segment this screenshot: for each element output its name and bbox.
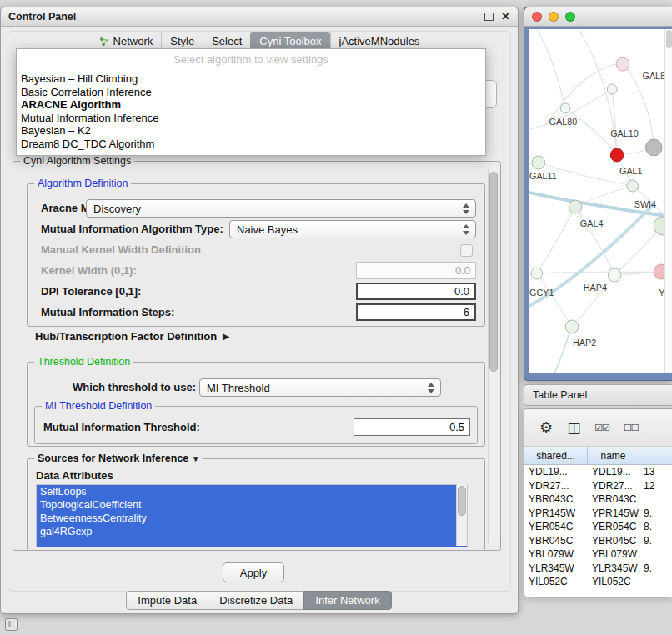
table-cell: YDL19... — [588, 466, 639, 478]
network-node[interactable] — [569, 200, 582, 213]
tab-impute-data[interactable]: Impute Data — [126, 591, 208, 610]
aracne-mode-select[interactable]: Discovery — [86, 199, 476, 218]
network-window-titlebar[interactable] — [524, 8, 672, 27]
network-edge — [554, 327, 572, 373]
attribute-list-scrollbar-thumb[interactable] — [458, 486, 466, 516]
algorithm-popup-placeholder: Select algorithm to view settings — [17, 49, 485, 72]
select-all-checkbox-icon[interactable]: ☑☑ — [594, 422, 609, 433]
tab-select[interactable]: Select — [203, 32, 250, 50]
which-threshold-select[interactable]: MI Threshold — [199, 378, 441, 397]
table-row[interactable]: YDR27...YDR27...12 — [524, 479, 672, 493]
column-header[interactable] — [639, 447, 672, 464]
table-row[interactable]: YIL052CYIL052C — [524, 575, 672, 589]
table-cell: YLR345W — [524, 562, 588, 574]
attribute-list-item[interactable]: gal4RGexp — [37, 525, 467, 538]
mi-threshold-value: 0.5 — [449, 421, 464, 433]
attribute-list-item[interactable]: SelfLoops — [37, 485, 467, 498]
tab-network[interactable]: Network — [91, 32, 162, 50]
mi-steps-input[interactable]: 6 — [356, 303, 476, 321]
table-panel-header[interactable]: Table Panel — [524, 384, 672, 406]
expand-right-icon: ▶ — [223, 332, 229, 341]
close-window-button[interactable]: ✕ — [501, 12, 510, 22]
table-cell: 13 — [639, 466, 672, 478]
network-node[interactable] — [531, 268, 543, 279]
kernel-width-input[interactable]: 0.0 — [356, 262, 476, 279]
attribute-list[interactable]: SelfLoopsTopologicalCoefficientBetweenne… — [36, 484, 468, 548]
table-row[interactable]: YER054CYER054C8. — [524, 520, 672, 534]
network-node[interactable] — [560, 103, 570, 113]
network-vertical-scrollbar[interactable] — [664, 29, 672, 373]
network-canvas[interactable]: GAL8GAL80GAL10GAL11GAL1SWI4GAL4GCY1HAP4H… — [529, 29, 672, 373]
settings-scrollbar-thumb[interactable] — [489, 172, 498, 372]
network-edge — [537, 207, 575, 273]
algorithm-option[interactable]: Basic Correlation Inference — [17, 86, 485, 99]
table-row[interactable]: YLR345WYLR345W9. — [524, 562, 672, 576]
table-row[interactable]: YBR045CYBR045C9. — [524, 534, 672, 548]
minimize-traffic-light[interactable] — [549, 12, 559, 22]
mi-algorithm-type-select[interactable]: Naive Bayes — [229, 220, 476, 238]
algorithm-option[interactable]: Bayesian – Hill Climbing — [17, 72, 485, 86]
table-row[interactable]: YBR043CYBR043C — [524, 492, 672, 507]
network-node[interactable] — [565, 320, 579, 333]
tab-cyni-toolbox[interactable]: Cyni Toolbox — [250, 32, 329, 50]
kernel-width-value: 0.0 — [455, 264, 470, 277]
attribute-list-item[interactable]: TopologicalCoefficient — [37, 498, 467, 512]
tab-discretize-data[interactable]: Discretize Data — [208, 591, 304, 610]
dpi-tolerance-input[interactable]: 0.0 — [356, 282, 476, 300]
table-cell: YER054C — [524, 521, 588, 532]
network-node[interactable] — [608, 268, 621, 282]
show-panel-button[interactable] — [5, 618, 18, 631]
dpi-tolerance-value: 0.0 — [454, 285, 469, 298]
tab-style[interactable]: Style — [161, 32, 203, 50]
table-cell: YPR145W — [588, 508, 639, 519]
table-cell: 9. — [639, 535, 672, 547]
mi-steps-value: 6 — [464, 306, 469, 318]
network-scrollbar-thumb[interactable] — [666, 30, 672, 48]
table-row[interactable]: YPR145WYPR145W9. — [524, 507, 672, 521]
network-node[interactable] — [654, 264, 665, 279]
network-node[interactable] — [532, 156, 545, 169]
table-cell: YDR27... — [588, 480, 639, 492]
algorithm-option[interactable]: Bayesian – K2 — [17, 124, 485, 138]
network-node[interactable] — [607, 84, 617, 94]
network-node[interactable] — [610, 148, 624, 162]
columns-icon[interactable]: ◫ — [567, 419, 580, 437]
tab-infer-network[interactable]: Infer Network — [303, 591, 391, 610]
mi-threshold-input[interactable]: 0.5 — [354, 418, 470, 436]
zoom-traffic-light[interactable] — [565, 12, 575, 22]
network-node[interactable] — [627, 180, 639, 192]
attribute-list-item[interactable]: BetweennessCentrality — [37, 512, 467, 525]
attribute-list-item[interactable] — [37, 538, 467, 547]
float-window-button[interactable] — [484, 12, 494, 21]
close-traffic-light[interactable] — [532, 12, 542, 22]
column-header[interactable]: name — [588, 447, 639, 464]
algorithm-option[interactable]: Mutual Information Inference — [17, 112, 485, 125]
table-cell: YDR27... — [524, 480, 588, 492]
network-node[interactable] — [616, 58, 629, 71]
threshold-definition-title: Threshold Definition — [34, 356, 133, 368]
sources-group: Sources for Network Inference ▼ Data Att… — [27, 458, 485, 551]
column-header[interactable]: shared... — [524, 447, 588, 464]
clear-selection-checkbox-icon[interactable]: ☐☐ — [624, 422, 639, 433]
algorithm-option[interactable]: Dream8 DC_TDC Algorithm — [17, 138, 485, 151]
settings-gear-icon[interactable]: ⚙ — [539, 418, 553, 437]
table-row[interactable]: YDL19...YDL19...13 — [524, 465, 672, 479]
algorithm-option[interactable]: ARACNE Algorithm — [17, 98, 485, 112]
manual-kernel-width-checkbox[interactable] — [460, 244, 473, 257]
control-panel-titlebar[interactable]: Control Panel ✕ — [1, 8, 518, 27]
sources-toggle[interactable]: Sources for Network Inference ▼ — [34, 452, 203, 465]
tab-jactivemnodules[interactable]: jActiveMNodules — [330, 32, 429, 50]
network-node[interactable] — [645, 139, 662, 156]
window-controls: ✕ — [484, 12, 510, 22]
node-label: GAL4 — [580, 218, 604, 228]
apply-button[interactable]: Apply — [223, 562, 284, 582]
network-node[interactable] — [654, 217, 665, 235]
hub-definition-toggle[interactable]: Hub/Transcription Factor Definition ▶ — [35, 330, 229, 342]
attribute-list-scrollbar[interactable] — [456, 484, 467, 546]
table-cell: YIL052C — [524, 576, 588, 588]
table-body: YDL19...YDL19...13YDR27...YDR27...12YBR0… — [524, 465, 672, 589]
updown-arrows-icon — [463, 203, 470, 214]
table-row[interactable]: YBL079WYBL079W — [524, 548, 672, 562]
network-canvas-svg[interactable]: GAL8GAL80GAL10GAL11GAL1SWI4GAL4GCY1HAP4H… — [529, 29, 665, 373]
settings-scrollbar[interactable] — [488, 165, 499, 547]
